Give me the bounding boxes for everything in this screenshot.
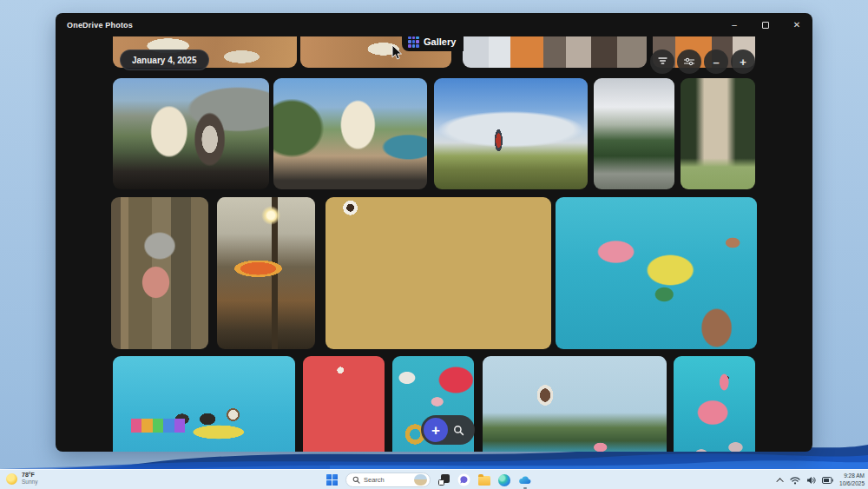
photo-pool-float-party[interactable] xyxy=(556,197,757,349)
edge-button[interactable] xyxy=(498,474,510,486)
clock-date: 10/6/2025 xyxy=(839,480,865,487)
add-button[interactable]: + xyxy=(424,418,448,442)
task-view-button[interactable] xyxy=(438,474,450,486)
adjust-sliders-button[interactable] xyxy=(677,50,701,74)
window-title: OneDrive Photos xyxy=(56,21,133,30)
photo-man-on-bike[interactable] xyxy=(273,78,427,189)
photo-forest-backpacker[interactable] xyxy=(111,197,208,349)
search-label: Search xyxy=(364,476,411,484)
photo-hammock-sunset[interactable] xyxy=(217,197,315,349)
mouse-cursor xyxy=(391,44,403,61)
photo-friends-standing[interactable] xyxy=(463,36,647,68)
weather-widget[interactable]: 78°F Sunny xyxy=(6,472,37,486)
tray-chevron-up-icon[interactable] xyxy=(776,478,783,485)
close-button[interactable]: ✕ xyxy=(781,13,812,36)
sun-icon xyxy=(6,473,17,485)
cloud-icon xyxy=(518,475,532,486)
photo-couple-with-bikes[interactable] xyxy=(113,78,269,189)
start-button[interactable] xyxy=(326,474,338,486)
gallery-header: Gallery xyxy=(402,32,464,51)
weather-temp: 78°F xyxy=(22,472,37,479)
edge-icon xyxy=(498,474,510,486)
photo-flamingo-float[interactable] xyxy=(674,356,755,452)
taskbar-search-box[interactable]: Search xyxy=(345,472,431,487)
search-daily-image xyxy=(414,474,427,486)
photo-tree-hug[interactable] xyxy=(681,78,755,189)
search-photos-button[interactable] xyxy=(453,425,464,436)
magnifier-icon xyxy=(453,425,464,436)
filter-button[interactable] xyxy=(650,50,674,74)
filter-funnel-icon xyxy=(658,57,667,66)
date-badge: January 4, 2025 xyxy=(120,50,209,70)
chat-icon xyxy=(457,473,470,486)
photo-hiker-on-ridge[interactable] xyxy=(434,78,588,189)
photo-mountain-trail[interactable] xyxy=(594,78,674,189)
photo-pastries-and-coffee[interactable] xyxy=(326,197,551,349)
taskbar: 78°F Sunny Search xyxy=(0,469,868,489)
weather-condition: Sunny xyxy=(22,479,37,486)
photo-dogs-on-pool-floats[interactable] xyxy=(113,356,295,452)
zoom-in-button[interactable]: + xyxy=(731,50,755,74)
search-icon xyxy=(352,476,360,484)
photo-pool-jump[interactable] xyxy=(483,356,667,452)
file-explorer-button[interactable] xyxy=(478,474,490,486)
running-indicator xyxy=(523,487,527,489)
gallery-grid-icon xyxy=(408,36,419,48)
maximize-button[interactable] xyxy=(750,13,781,36)
folder-icon xyxy=(478,476,490,486)
zoom-out-button[interactable]: – xyxy=(704,50,728,74)
floating-action-pill: + xyxy=(421,415,475,445)
photo-pool-beach-ball[interactable] xyxy=(303,356,385,452)
volume-icon[interactable] xyxy=(806,476,816,485)
chat-button[interactable] xyxy=(457,473,470,486)
onedrive-button[interactable] xyxy=(518,475,532,486)
maximize-icon xyxy=(762,22,769,29)
task-view-icon xyxy=(438,474,450,486)
clock-time: 9:28 AM xyxy=(839,472,865,479)
sliders-icon xyxy=(684,57,694,66)
taskbar-clock[interactable]: 9:28 AM 10/6/2025 xyxy=(839,472,865,487)
battery-icon[interactable] xyxy=(822,477,833,484)
wifi-icon[interactable] xyxy=(790,476,800,485)
onedrive-photos-window: OneDrive Photos – ✕ Gallery January 4, 2… xyxy=(56,13,812,452)
gallery-label: Gallery xyxy=(424,36,456,47)
gallery-toolbar: – + xyxy=(650,50,756,74)
minimize-button[interactable]: – xyxy=(719,13,750,36)
